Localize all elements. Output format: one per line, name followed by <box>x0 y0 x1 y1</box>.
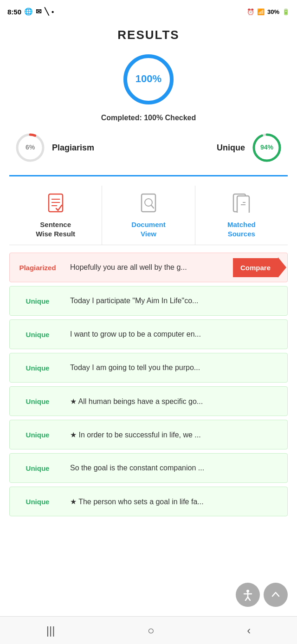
big-circle-container: 100% <box>9 52 288 107</box>
accessibility-float-button[interactable] <box>236 583 260 607</box>
result-row-5: Unique ★ In order to be successful in li… <box>9 420 288 449</box>
tab-sentence-label: SentenceWise Result <box>36 220 75 238</box>
badge-unique-4: Unique <box>10 394 65 409</box>
badge-plagiarized: Plagiarized <box>10 260 65 275</box>
unique-circle: 94% <box>251 131 283 164</box>
result-row-0: Plagiarized Hopefully you are all well b… <box>9 253 288 282</box>
unique-stat: Unique 94% <box>217 131 283 164</box>
plagiarism-percent-label: 6% <box>26 143 35 151</box>
nav-back-button[interactable]: ‹ <box>233 619 265 642</box>
tab-matched-sources[interactable]: MatchedSources <box>195 186 288 245</box>
time-display: 8:50 <box>7 8 21 16</box>
page-title: RESULTS <box>9 28 288 42</box>
result-text-1: Today I participate "My Aim In Life"co..… <box>65 293 287 309</box>
completed-text: Completed: 100% Checked <box>9 114 288 122</box>
results-list: Plagiarized Hopefully you are all well b… <box>9 253 288 516</box>
result-row-4: Unique ★ All human beings have a specifi… <box>9 386 288 416</box>
badge-unique-2: Unique <box>10 327 65 342</box>
stats-row: 6% Plagiarism Unique 94% <box>9 131 288 164</box>
result-row-7: Unique ★ The person who sets a goal in l… <box>9 487 288 516</box>
badge-unique-6: Unique <box>10 461 65 476</box>
alarm-icon: ⏰ <box>247 8 254 15</box>
badge-unique-3: Unique <box>10 360 65 376</box>
status-time: 8:50 🌐 ✉ ╲ • <box>7 7 54 16</box>
bottom-navigation: ||| ○ ‹ <box>0 616 297 644</box>
scroll-up-float-button[interactable] <box>264 583 288 607</box>
mail-icon: ✉ <box>36 7 42 16</box>
result-text-4: ★ All human beings have a specific go... <box>65 393 287 410</box>
plagiarism-label: Plagiarism <box>52 143 94 153</box>
tab-document-label: DocumentView <box>131 220 165 238</box>
svg-rect-10 <box>142 194 155 212</box>
main-content: RESULTS 100% Completed: 100% Checked 6% … <box>0 23 297 566</box>
wifi-icon: 📶 <box>257 8 265 15</box>
result-row-2: Unique I want to grow up to be a compute… <box>9 319 288 349</box>
tab-row: SentenceWise Result DocumentView <box>9 186 288 245</box>
battery-icon: 🔋 <box>282 8 290 15</box>
matched-sources-icon <box>232 193 250 216</box>
status-icons: ⏰ 📶 30% 🔋 <box>247 8 290 15</box>
big-circle-label: 100% <box>136 73 161 85</box>
signal-icon: ╲ <box>45 7 49 16</box>
progress-circle-big: 100% <box>121 52 176 107</box>
sentence-icon <box>47 193 65 216</box>
nav-menu-button[interactable]: ||| <box>32 619 69 642</box>
result-text-6: So the goal is the constant companion ..… <box>65 460 287 476</box>
svg-line-21 <box>248 597 250 600</box>
result-text-3: Today I am going to tell you the purpo..… <box>65 360 287 376</box>
result-text-2: I want to grow up to be a computer en... <box>65 326 287 342</box>
battery-text: 30% <box>267 8 279 15</box>
document-search-icon <box>140 193 157 216</box>
status-bar: 8:50 🌐 ✉ ╲ • ⏰ 📶 30% 🔋 <box>0 0 297 23</box>
tab-matched-label: MatchedSources <box>227 220 256 238</box>
globe-icon: 🌐 <box>24 7 33 16</box>
badge-unique-1: Unique <box>10 293 65 309</box>
svg-line-12 <box>151 205 154 208</box>
compare-button[interactable]: Compare <box>233 258 278 277</box>
compare-btn-wrapper: Compare <box>233 258 278 277</box>
tab-document-view[interactable]: DocumentView <box>102 186 195 245</box>
unique-percent-label: 94% <box>260 143 274 151</box>
nav-home-button[interactable]: ○ <box>134 619 168 642</box>
result-text-7: ★ The person who sets a goal in life fa.… <box>65 494 287 510</box>
result-row-1: Unique Today I participate "My Aim In Li… <box>9 286 288 316</box>
result-text-5: ★ In order to be successful in life, we … <box>65 427 287 443</box>
plagiarism-stat: 6% Plagiarism <box>14 131 94 164</box>
result-row-3: Unique Today I am going to tell you the … <box>9 353 288 383</box>
tab-sentence-wise[interactable]: SentenceWise Result <box>9 186 102 245</box>
badge-unique-5: Unique <box>10 427 65 442</box>
blue-divider <box>9 175 288 176</box>
unique-label: Unique <box>217 143 245 153</box>
dot-icon: • <box>52 8 54 16</box>
result-row-6: Unique So the goal is the constant compa… <box>9 453 288 483</box>
plagiarism-circle: 6% <box>14 131 46 164</box>
result-text-0: Hopefully you are all well by the g... <box>65 260 233 275</box>
badge-unique-7: Unique <box>10 494 65 509</box>
